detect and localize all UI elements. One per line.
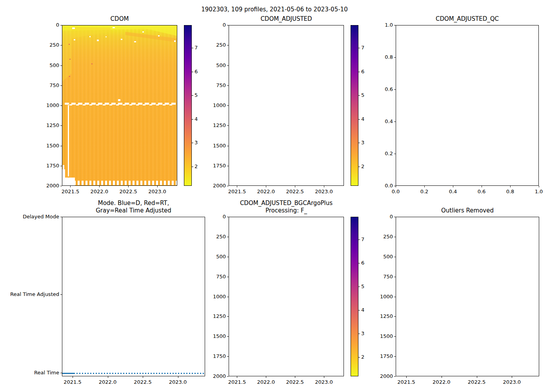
y-tick-outliers_removed xyxy=(394,277,396,277)
x-tick-cdom_adjusted xyxy=(266,186,266,187)
axes-title-bgc_processing: CDOM_ADJUSTED_BGCArgoPlus Processing: F_ xyxy=(197,200,375,214)
y-tick-label-cdom_adjusted_qc: 0.4 xyxy=(330,118,393,125)
colorbar-tick xyxy=(358,310,360,310)
colorbar-tick-label: 6 xyxy=(195,69,206,75)
colorbar-tick-label: 6 xyxy=(361,69,373,75)
y-tick-label-bgc_processing: 1250 xyxy=(163,313,226,319)
y-tick-cdom_adjusted_qc xyxy=(394,122,396,122)
axes-cdom xyxy=(62,25,177,186)
colorbar-tick-label: 6 xyxy=(361,260,373,266)
y-tick-cdom_adjusted_qc xyxy=(394,186,396,186)
y-tick-cdom_adjusted xyxy=(227,125,229,126)
data-gap xyxy=(97,40,99,41)
y-tick-bgc_processing xyxy=(227,277,229,277)
data-gap xyxy=(72,27,75,29)
x-tick-label-cdom_adjusted: 2021.5 xyxy=(221,189,253,195)
y-tick-label-cdom: 1250 xyxy=(0,122,59,129)
figure-suptitle: 1902303, 109 profiles, 2021-05-06 to 202… xyxy=(0,6,549,13)
x-tick-label-cdom: 2021.5 xyxy=(55,189,86,195)
y-tick-cdom_adjusted_qc xyxy=(394,57,396,58)
x-tick-label-cdom_adjusted_qc: 0.6 xyxy=(466,189,497,195)
y-tick-label-cdom_adjusted: 500 xyxy=(163,62,226,69)
axes-cdom_adjusted_qc xyxy=(396,25,539,186)
y-tick-bgc_processing xyxy=(227,217,229,217)
outlier-speck xyxy=(69,44,69,45)
data-gap xyxy=(113,27,115,28)
y-tick-label-outliers_removed: 250 xyxy=(330,234,393,240)
x-tick-bgc_processing xyxy=(295,376,295,378)
y-tick-outliers_removed xyxy=(394,297,396,297)
x-tick-cdom_adjusted_qc xyxy=(424,186,425,187)
x-tick-cdom_adjusted_qc xyxy=(396,186,396,187)
x-tick-mode xyxy=(108,376,108,378)
x-tick-label-cdom_adjusted: 2023.0 xyxy=(308,189,340,195)
colorbar-tick-label: 2 xyxy=(361,163,373,170)
x-tick-label-cdom_adjusted: 2022.0 xyxy=(250,189,282,195)
x-tick-label-mode: 2022.5 xyxy=(127,379,158,385)
colorbar-tick xyxy=(358,72,360,72)
y-tick-cdom xyxy=(60,65,62,66)
y-tick-cdom xyxy=(60,25,62,25)
colorbar-cdom_adjusted xyxy=(351,25,358,186)
x-tick-cdom xyxy=(70,186,71,187)
y-tick-cdom_adjusted_qc xyxy=(394,154,396,154)
y-tick-bgc_processing xyxy=(227,237,229,237)
y-tick-cdom_adjusted xyxy=(227,25,229,25)
y-tick-outliers_removed xyxy=(394,217,396,217)
y-tick-bgc_processing xyxy=(227,376,229,377)
x-tick-label-mode: 2023.0 xyxy=(162,379,194,385)
x-tick-label-cdom: 2023.0 xyxy=(142,189,173,195)
y-tick-label-cdom_adjusted: 250 xyxy=(163,42,226,48)
colorbar-tick xyxy=(358,263,360,263)
outlier-speck xyxy=(69,76,70,77)
x-tick-cdom_adjusted xyxy=(237,186,237,187)
x-tick-cdom_adjusted xyxy=(324,186,324,187)
outlier-speck xyxy=(69,59,71,60)
y-tick-label-cdom: 750 xyxy=(0,82,59,89)
data-gap xyxy=(62,169,65,178)
x-tick-cdom xyxy=(128,186,129,187)
y-tick-label-outliers_removed: 1500 xyxy=(330,333,393,339)
y-tick-label-cdom: 2000 xyxy=(0,183,59,189)
x-tick-label-mode: 2022.0 xyxy=(92,379,124,385)
y-cat-label-mode: Real Time Adjusted xyxy=(0,291,59,298)
y-tick-cdom xyxy=(60,125,62,126)
x-tick-label-cdom: 2022.5 xyxy=(113,189,144,195)
axes-cdom_adjusted xyxy=(229,25,344,186)
y-cat-tick-mode xyxy=(60,217,62,217)
y-tick-label-cdom_adjusted: 2000 xyxy=(163,183,226,189)
x-tick-cdom_adjusted_qc xyxy=(539,186,539,187)
y-tick-label-outliers_removed: 1000 xyxy=(330,294,393,300)
y-tick-label-cdom: 500 xyxy=(0,62,59,69)
data-gap-vline xyxy=(68,105,69,176)
colorbar-tick-label: 5 xyxy=(361,283,373,290)
y-tick-label-outliers_removed: 0 xyxy=(330,214,393,220)
y-tick-cdom_adjusted xyxy=(227,85,229,86)
data-gap xyxy=(158,35,160,36)
x-tick-bgc_processing xyxy=(237,376,237,378)
colorbar-tick-label: 7 xyxy=(361,45,373,51)
data-gap xyxy=(118,99,120,101)
data-gap-dashes xyxy=(74,181,177,185)
y-tick-label-bgc_processing: 1000 xyxy=(163,294,226,300)
colorbar-tick-label: 3 xyxy=(361,140,373,146)
x-tick-bgc_processing xyxy=(266,376,266,378)
x-tick-label-bgc_processing: 2023.0 xyxy=(308,379,340,385)
x-tick-outliers_removed xyxy=(442,376,442,378)
x-tick-label-bgc_processing: 2022.0 xyxy=(250,379,282,385)
colorbar-tick xyxy=(358,167,360,167)
x-tick-cdom_adjusted xyxy=(295,186,295,187)
colorbar-tick-label: 4 xyxy=(361,307,373,313)
y-tick-label-cdom_adjusted: 1000 xyxy=(163,102,226,109)
y-tick-label-bgc_processing: 1500 xyxy=(163,333,226,339)
x-tick-label-cdom_adjusted_qc: 0.8 xyxy=(494,189,526,195)
y-tick-bgc_processing xyxy=(227,356,229,357)
x-tick-label-outliers_removed: 2022.0 xyxy=(426,379,457,385)
x-tick-label-outliers_removed: 2023.0 xyxy=(496,379,527,385)
y-tick-cdom_adjusted xyxy=(227,105,229,106)
y-tick-label-cdom: 250 xyxy=(0,42,59,48)
colorbar-tick-label: 5 xyxy=(195,92,206,98)
y-tick-outliers_removed xyxy=(394,356,396,357)
x-tick-label-cdom_adjusted: 2022.5 xyxy=(279,189,311,195)
y-tick-bgc_processing xyxy=(227,316,229,317)
